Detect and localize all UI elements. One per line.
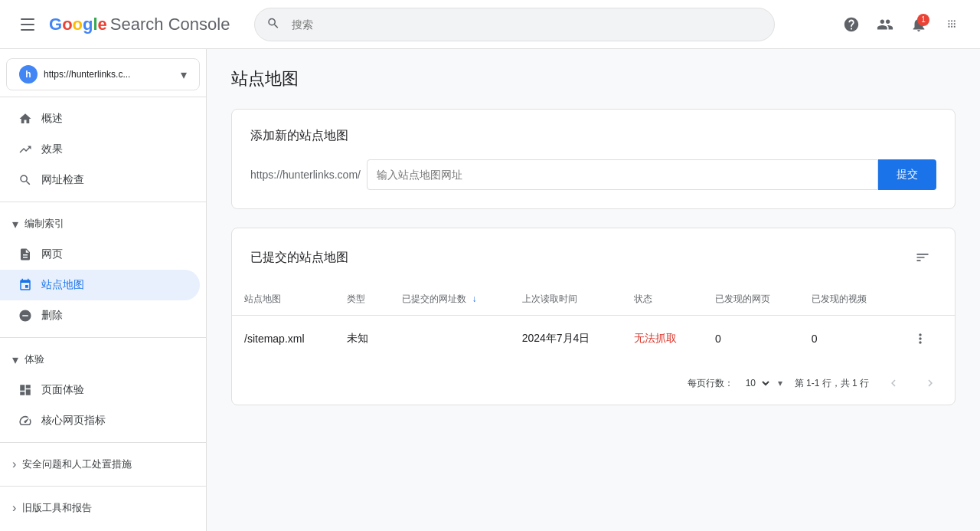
trending-icon xyxy=(18,143,32,156)
account-button[interactable] xyxy=(870,9,900,40)
col-actions xyxy=(896,284,955,316)
page-title: 站点地图 xyxy=(231,67,956,90)
menu-button[interactable] xyxy=(12,9,43,40)
pagination: 每页行数： 10 25 50 ▾ 第 1-1 行，共 1 行 xyxy=(232,362,955,405)
main-content: 站点地图 添加新的站点地图 https://hunterlinks.com/ 提… xyxy=(207,49,980,531)
submit-sitemap-button[interactable]: 提交 xyxy=(878,159,936,190)
sidebar: h https://hunterlinks.c... ▾ 概述 效果 网址检查 xyxy=(0,49,207,531)
dashboard-icon xyxy=(18,383,32,397)
app-header: Google Search Console 1 xyxy=(0,0,980,49)
submitted-sitemaps-title: 已提交的站点地图 xyxy=(250,250,348,266)
table-row: /sitemap.xml 未知 2024年7月4日 无法抓取 0 0 xyxy=(232,316,955,362)
col-found-pages: 已发现的网页 xyxy=(703,284,799,316)
sidebar-label-overview: 概述 xyxy=(41,112,63,126)
section-label-experience: 体验 xyxy=(24,352,44,366)
rows-per-page-select[interactable]: 10 25 50 xyxy=(740,374,772,392)
cell-submitted-urls xyxy=(390,316,509,362)
sidebar-item-removals[interactable]: 删除 xyxy=(0,300,200,331)
section-label-legacy: 旧版工具和报告 xyxy=(22,501,92,515)
section-header-indexing[interactable]: ▾ 编制索引 xyxy=(0,208,206,239)
sidebar-label-performance: 效果 xyxy=(41,143,63,156)
search-input[interactable] xyxy=(254,8,775,41)
sidebar-item-core-web-vitals[interactable]: 核心网页指标 xyxy=(0,405,200,436)
filter-button[interactable] xyxy=(909,244,936,271)
cell-more xyxy=(896,316,955,362)
chevron-down-icon-2: ▾ xyxy=(12,352,18,367)
rows-per-page: 每页行数： 10 25 50 ▾ xyxy=(688,374,782,392)
table-head: 站点地图 类型 已提交的网址数 ↓ 上次读取时间 状 xyxy=(232,284,955,316)
sitemaps-table: 站点地图 类型 已提交的网址数 ↓ 上次读取时间 状 xyxy=(232,284,955,362)
prev-page-button[interactable] xyxy=(881,371,906,395)
cell-status: 无法抓取 xyxy=(622,316,703,362)
chevron-right-icon-2: › xyxy=(12,501,16,515)
property-name: https://hunterlinks.c... xyxy=(44,69,175,80)
app-body: h https://hunterlinks.c... ▾ 概述 效果 网址检查 xyxy=(0,49,980,531)
col-submitted-urls[interactable]: 已提交的网址数 ↓ xyxy=(390,284,509,316)
sitemap-icon xyxy=(18,278,32,292)
remove-icon xyxy=(18,309,32,323)
sidebar-item-performance[interactable]: 效果 xyxy=(0,134,200,165)
app-logo: Google Search Console xyxy=(49,15,230,34)
section-header-experience[interactable]: ▾ 体验 xyxy=(0,344,206,375)
sitemap-url-input[interactable] xyxy=(367,159,878,190)
search-bar xyxy=(254,8,775,41)
rows-per-page-label: 每页行数： xyxy=(688,377,733,390)
add-sitemap-card: 添加新的站点地图 https://hunterlinks.com/ 提交 xyxy=(231,109,956,209)
col-found-videos: 已发现的视频 xyxy=(799,284,896,316)
section-label-indexing: 编制索引 xyxy=(24,217,64,231)
cell-last-read: 2024年7月4日 xyxy=(510,316,622,362)
col-last-read: 上次读取时间 xyxy=(510,284,622,316)
chevron-down-icon: ▾ xyxy=(12,217,18,231)
notification-count: 1 xyxy=(917,14,929,26)
cell-found-pages: 0 xyxy=(703,316,799,362)
section-header-security[interactable]: › 安全问题和人工处置措施 xyxy=(0,449,206,480)
section-label-security: 安全问题和人工处置措施 xyxy=(22,457,132,471)
search-nav-icon xyxy=(18,173,32,187)
nav-divider-3 xyxy=(0,442,206,443)
search-icon xyxy=(266,16,280,32)
table-body: /sitemap.xml 未知 2024年7月4日 无法抓取 0 0 xyxy=(232,316,955,362)
table-card-header: 已提交的站点地图 xyxy=(232,228,955,284)
submitted-sitemaps-card: 已提交的站点地图 站点地图 类型 xyxy=(231,228,956,405)
sidebar-label-page-experience: 页面体验 xyxy=(41,383,84,397)
sidebar-label-url-inspection: 网址检查 xyxy=(41,173,84,187)
chevron-right-icon: › xyxy=(12,457,16,471)
sidebar-item-url-inspection[interactable]: 网址检查 xyxy=(0,165,200,195)
notifications-button[interactable]: 1 xyxy=(903,9,934,40)
sidebar-item-pages[interactable]: 网页 xyxy=(0,239,200,270)
sidebar-label-pages: 网页 xyxy=(41,247,63,261)
col-sitemap: 站点地图 xyxy=(232,284,335,316)
cell-type: 未知 xyxy=(335,316,390,362)
nav-divider-2 xyxy=(0,337,206,338)
col-status: 状态 xyxy=(622,284,703,316)
sidebar-label-core-web-vitals: 核心网页指标 xyxy=(41,414,106,428)
cell-sitemap: /sitemap.xml xyxy=(232,316,335,362)
property-icon: h xyxy=(19,65,38,84)
property-chevron-icon: ▾ xyxy=(181,67,187,82)
add-sitemap-title: 添加新的站点地图 xyxy=(250,128,936,144)
home-icon xyxy=(18,112,32,126)
section-header-legacy[interactable]: › 旧版工具和报告 xyxy=(0,493,206,523)
sitemap-url-prefix: https://hunterlinks.com/ xyxy=(250,169,367,181)
row-more-button[interactable] xyxy=(908,326,933,351)
nav-divider-4 xyxy=(0,486,206,487)
app-title: Search Console xyxy=(110,15,230,34)
sidebar-label-removals: 删除 xyxy=(41,309,63,323)
article-icon xyxy=(18,247,32,261)
sidebar-item-sitemaps[interactable]: 站点地图 xyxy=(0,270,200,300)
apps-button[interactable] xyxy=(937,9,968,40)
cell-found-videos: 0 xyxy=(799,316,896,362)
nav-divider-1 xyxy=(0,202,206,202)
nav-divider-top xyxy=(0,97,206,97)
table-header-row: 站点地图 类型 已提交的网址数 ↓ 上次读取时间 状 xyxy=(232,284,955,316)
property-selector[interactable]: h https://hunterlinks.c... ▾ xyxy=(6,58,200,90)
speed-icon xyxy=(18,414,32,428)
hamburger-icon xyxy=(21,18,34,31)
sidebar-item-page-experience[interactable]: 页面体验 xyxy=(0,375,200,405)
sidebar-item-overview[interactable]: 概述 xyxy=(0,103,200,134)
rows-per-page-chevron: ▾ xyxy=(778,378,782,388)
header-actions: 1 xyxy=(836,9,968,40)
help-button[interactable] xyxy=(836,9,867,40)
sort-down-icon: ↓ xyxy=(472,293,477,304)
next-page-button[interactable] xyxy=(918,371,942,395)
